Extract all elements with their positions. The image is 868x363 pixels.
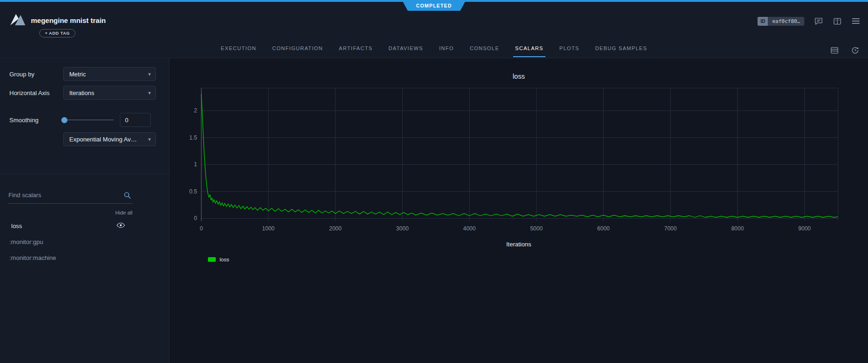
id-label: ID xyxy=(758,17,768,26)
tab-artifacts[interactable]: ARTIFACTS xyxy=(332,41,379,57)
horizontal-axis-dropdown[interactable]: Iterations ▾ xyxy=(63,86,156,100)
chart-title: loss xyxy=(169,73,868,80)
smoothing-label: Smoothing xyxy=(9,117,38,124)
svg-text:4000: 4000 xyxy=(463,225,476,232)
metric-row-loss[interactable]: loss xyxy=(0,220,132,232)
svg-text:1.5: 1.5 xyxy=(189,134,197,141)
details-panel-icon[interactable] xyxy=(832,16,842,26)
tab-plots[interactable]: PLOTS xyxy=(553,41,586,57)
comment-icon[interactable] xyxy=(814,16,823,26)
tabs: EXECUTION CONFIGURATION ARTIFACTS DATAVI… xyxy=(0,41,868,57)
horizontal-axis-value: Iterations xyxy=(69,89,94,96)
tab-bar: EXECUTION CONFIGURATION ARTIFACTS DATAVI… xyxy=(0,41,868,58)
metric-label: :monitor:machine xyxy=(9,254,56,261)
tab-info[interactable]: INFO xyxy=(433,41,460,57)
svg-text:1: 1 xyxy=(194,161,197,168)
horizontal-axis-label: Horizontal Axis xyxy=(9,89,50,96)
svg-text:0: 0 xyxy=(194,215,197,222)
smoothing-type-dropdown[interactable]: Exponential Moving Av… ▾ xyxy=(63,132,156,146)
smoothing-slider-thumb[interactable] xyxy=(61,117,67,123)
tab-configuration[interactable]: CONFIGURATION xyxy=(265,41,329,57)
add-tag-button[interactable]: + ADD TAG xyxy=(39,29,75,37)
tab-scalars[interactable]: SCALARS xyxy=(508,41,550,57)
x-axis-label: Iterations xyxy=(169,241,868,248)
main-content: Group by Metric ▾ Horizontal Axis Iterat… xyxy=(0,59,868,363)
legend-label: loss xyxy=(220,257,229,262)
svg-text:3000: 3000 xyxy=(396,225,409,232)
metrics-table-icon[interactable] xyxy=(830,45,839,55)
group-by-dropdown[interactable]: Metric ▾ xyxy=(63,67,156,81)
visibility-eye-icon[interactable] xyxy=(117,222,125,230)
svg-text:1000: 1000 xyxy=(262,225,275,232)
header-actions: ID eaf0cf80… xyxy=(758,14,861,28)
tab-execution[interactable]: EXECUTION xyxy=(214,41,263,57)
metric-label: :monitor:gpu xyxy=(9,238,43,245)
metric-row-monitor-machine[interactable]: :monitor:machine xyxy=(0,252,132,264)
scalars-chart-panel: loss 01000200030004000500060007000800090… xyxy=(169,59,868,363)
svg-text:5000: 5000 xyxy=(530,225,543,232)
smoothing-type-value: Exponential Moving Av… xyxy=(69,136,137,143)
loss-chart[interactable]: 010002000300040005000600070008000900000.… xyxy=(169,83,868,238)
status-banner: COMPLETED xyxy=(402,0,466,11)
experiment-title: megengine mnist train xyxy=(31,16,106,24)
sidebar-divider xyxy=(0,174,169,174)
chevron-down-icon: ▾ xyxy=(148,90,151,96)
scalar-search xyxy=(8,188,132,204)
svg-text:9000: 9000 xyxy=(798,225,811,232)
experiment-id-badge[interactable]: ID eaf0cf80… xyxy=(758,17,804,26)
chart-legend[interactable]: loss xyxy=(208,257,229,262)
auto-refresh-icon[interactable] xyxy=(850,45,860,55)
smoothing-value-input[interactable] xyxy=(120,113,151,127)
svg-text:0: 0 xyxy=(200,225,203,232)
legend-swatch xyxy=(208,257,216,262)
chevron-down-icon: ▾ xyxy=(148,71,151,77)
svg-text:2000: 2000 xyxy=(329,225,342,232)
metric-label: loss xyxy=(11,222,22,230)
svg-text:8000: 8000 xyxy=(731,225,744,232)
id-value: eaf0cf80… xyxy=(768,17,804,26)
search-icon[interactable] xyxy=(123,191,132,201)
metric-row-monitor-gpu[interactable]: :monitor:gpu xyxy=(0,236,132,248)
search-input[interactable] xyxy=(8,188,118,202)
hide-all-button[interactable]: Hide all xyxy=(8,210,132,215)
svg-text:7000: 7000 xyxy=(664,225,677,232)
tab-dataviews[interactable]: DATAVIEWS xyxy=(382,41,430,57)
scalars-sidebar: Group by Metric ▾ Horizontal Axis Iterat… xyxy=(0,59,169,363)
app-logo-icon xyxy=(9,12,26,27)
smoothing-slider[interactable] xyxy=(64,119,114,120)
svg-text:0.5: 0.5 xyxy=(189,188,197,195)
svg-text:6000: 6000 xyxy=(597,225,610,232)
chevron-down-icon: ▾ xyxy=(148,136,151,142)
group-by-label: Group by xyxy=(9,71,34,78)
menu-icon[interactable] xyxy=(851,16,861,26)
svg-text:2: 2 xyxy=(194,107,197,114)
tab-console[interactable]: CONSOLE xyxy=(463,41,506,57)
group-by-value: Metric xyxy=(69,71,86,78)
tab-debug-samples[interactable]: DEBUG SAMPLES xyxy=(588,41,654,57)
tabbar-actions xyxy=(830,45,860,55)
